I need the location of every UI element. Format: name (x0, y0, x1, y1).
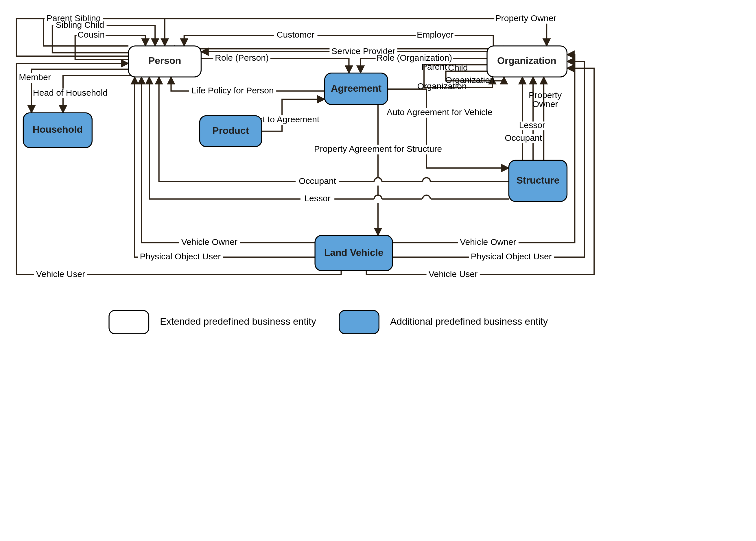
entity-structure: Structure (509, 160, 567, 201)
svg-text:Role (Organization): Role (Organization) (377, 53, 452, 62)
svg-text:Cousin: Cousin (78, 30, 105, 39)
svg-text:Product: Product (212, 125, 249, 136)
svg-text:Child: Child (448, 63, 468, 72)
svg-text:Employer: Employer (417, 30, 453, 39)
edge-property-agreement (388, 89, 509, 168)
svg-text:Role (Person): Role (Person) (215, 53, 269, 62)
svg-text:Parent: Parent (421, 62, 447, 71)
svg-text:Household: Household (33, 124, 83, 135)
entity-relationship-diagram: Parent Sibling Sibling Child Cousin Memb… (0, 0, 756, 541)
svg-text:Additional predefined business: Additional predefined business entity (390, 316, 548, 327)
svg-text:Vehicle User: Vehicle User (428, 269, 477, 279)
entity-product: Product (200, 116, 262, 147)
svg-text:Land Vehicle: Land Vehicle (324, 247, 383, 258)
svg-rect-78 (339, 310, 379, 334)
svg-text:Property Agreement for Structu: Property Agreement for Structure (314, 144, 442, 154)
legend: Extended predefined business entity Addi… (109, 310, 548, 334)
entity-person: Person (128, 46, 201, 77)
svg-text:Occupant: Occupant (505, 133, 542, 143)
svg-text:Property Owner: Property Owner (495, 13, 556, 23)
svg-text:Property: Property (529, 90, 562, 100)
edge-physical-object-user-person (135, 77, 315, 257)
svg-text:Customer: Customer (277, 30, 315, 39)
svg-text:Lessor: Lessor (519, 120, 545, 130)
svg-text:Organization: Organization (445, 75, 495, 85)
svg-text:Head of Household: Head of Household (33, 88, 108, 98)
svg-text:Vehicle Owner: Vehicle Owner (181, 237, 238, 247)
entity-land-vehicle: Land Vehicle (315, 236, 392, 270)
svg-text:Vehicle User: Vehicle User (36, 269, 85, 279)
svg-text:Owner: Owner (532, 99, 558, 109)
svg-text:Auto Agreement for Vehicle: Auto Agreement for Vehicle (387, 107, 492, 117)
svg-text:Sibling Child: Sibling Child (56, 20, 104, 30)
svg-text:Life Policy for Person: Life Policy for Person (192, 86, 274, 95)
svg-text:Person: Person (148, 55, 181, 66)
svg-text:Physical Object User: Physical Object User (471, 252, 552, 261)
svg-text:Occupant: Occupant (299, 176, 337, 186)
svg-text:Member: Member (19, 72, 51, 82)
svg-text:Lessor: Lessor (304, 194, 331, 203)
svg-text:Agreement: Agreement (331, 83, 381, 94)
svg-text:Vehicle Owner: Vehicle Owner (460, 237, 516, 247)
entity-organization: Organization (487, 46, 567, 77)
edge-vehicle-owner-person (141, 77, 315, 243)
svg-rect-76 (109, 310, 149, 334)
entity-household: Household (23, 113, 92, 148)
svg-text:Extended predefined business e: Extended predefined business entity (160, 316, 316, 327)
svg-text:Organization: Organization (497, 55, 556, 66)
svg-text:Physical Object User: Physical Object User (140, 252, 221, 261)
svg-text:Structure: Structure (516, 175, 560, 186)
entity-agreement: Agreement (325, 73, 388, 105)
